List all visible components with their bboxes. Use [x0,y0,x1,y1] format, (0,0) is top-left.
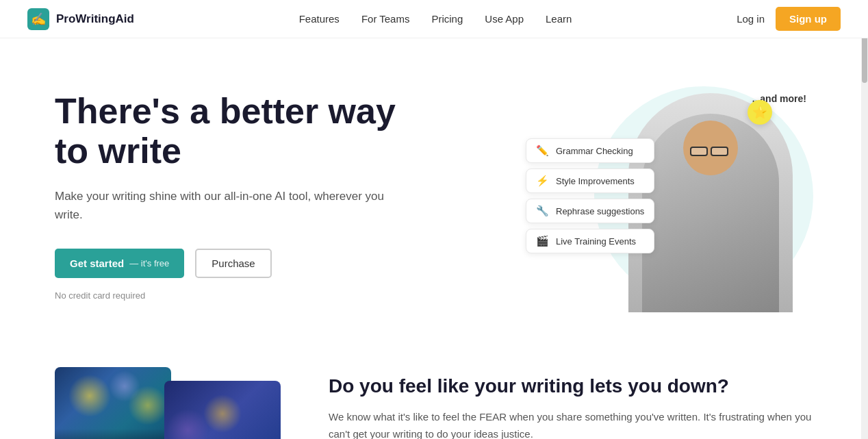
feature-card-2: 🔧 Rephrase suggestions [526,199,654,223]
feature-card-1: ⚡ Style Improvements [526,168,654,193]
training-label: Live Training Events [556,236,636,247]
person-glasses [690,147,731,156]
hero-subtitle: Make your writing shine with our all-in-… [55,187,411,224]
training-icon: 🎬 [536,235,549,247]
purchase-button[interactable]: Purchase [195,249,271,278]
nav-features[interactable]: Features [299,13,340,25]
get-started-free-label: — it's free [129,258,169,268]
rephrase-label: Rephrase suggestions [556,206,644,216]
glass-right [711,147,728,156]
section-two-title: Do you feel like your writing lets you d… [329,374,813,398]
signup-button[interactable]: Sign up [776,7,841,31]
hero-section: There's a better way to write Make your … [0,38,868,340]
section-two-text: Do you feel like your writing lets you d… [329,367,813,439]
hero-buttons: Get started — it's free Purchase [55,249,411,278]
painting-card-second [164,381,281,439]
nav-actions: Log in Sign up [737,7,841,31]
painting-card-starry-night [55,367,171,439]
feature-card-3: 🎬 Live Training Events [526,229,654,253]
section-two-illustration: My idea in my head [55,367,288,439]
logo-link[interactable]: ✍ ProWritingAid [27,8,134,30]
login-button[interactable]: Log in [737,13,765,25]
hero-illustration: ✏️ Grammar Checking ⚡ Style Improvements… [526,79,813,312]
grammar-label: Grammar Checking [556,146,633,156]
get-started-button[interactable]: Get started — it's free [55,249,184,278]
scrollbar-track[interactable] [861,0,868,439]
star-badge: ⭐ [748,100,772,125]
person-head [683,121,738,175]
style-icon: ⚡ [536,175,549,187]
navbar: ✍ ProWritingAid Features For Teams Prici… [0,0,868,38]
section-two: My idea in my head Do you feel like your… [0,340,868,439]
get-started-label: Get started [70,258,124,269]
glass-left [690,147,708,156]
nav-for-teams[interactable]: For Teams [361,13,410,25]
no-credit-text: No credit card required [55,290,411,301]
hero-content-left: There's a better way to write Make your … [55,91,411,301]
nav-links: Features For Teams Pricing Use App Learn [299,13,572,25]
grammar-icon: ✏️ [536,145,549,157]
logo-icon: ✍ [27,8,49,30]
feature-cards: ✏️ Grammar Checking ⚡ Style Improvements… [526,138,654,253]
section-two-body: We know what it's like to feel the FEAR … [329,409,813,439]
rephrase-icon: 🔧 [536,205,549,217]
hero-title: There's a better way to write [55,91,411,171]
style-label: Style Improvements [556,176,635,186]
person-silhouette [642,114,779,312]
nav-learn[interactable]: Learn [546,13,572,25]
nav-use-app[interactable]: Use App [485,13,524,25]
logo-text: ProWritingAid [56,12,134,26]
nav-pricing[interactable]: Pricing [431,13,463,25]
feature-card-0: ✏️ Grammar Checking [526,138,654,163]
